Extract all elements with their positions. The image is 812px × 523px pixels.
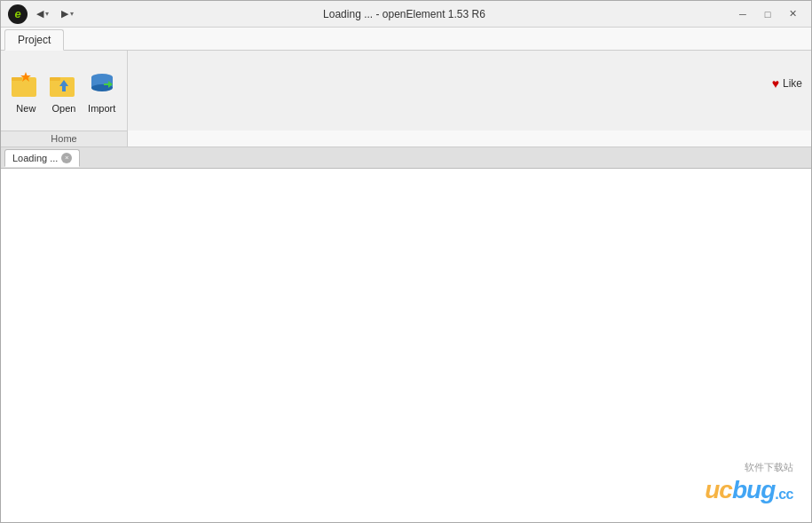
forward-dropdown-icon: ▾ (70, 10, 74, 18)
title-bar-left: e ◀ ▾ ▶ ▾ (8, 4, 77, 24)
app-window: e ◀ ▾ ▶ ▾ Loading ... - openElement 1.53… (0, 0, 812, 523)
new-icon (10, 68, 42, 100)
window-title: Loading ... - openElement 1.53 R6 (77, 8, 731, 20)
tab-project[interactable]: Project (4, 29, 64, 51)
doc-tab-bar: Loading ... × (1, 147, 811, 169)
forward-icon: ▶ (61, 8, 68, 20)
watermark-brand-cc: .cc (775, 487, 793, 503)
title-bar: e ◀ ▾ ▶ ▾ Loading ... - openElement 1.53… (1, 1, 811, 28)
ribbon-tab-bar: Project (1, 28, 811, 51)
ribbon-buttons-group: New Open (1, 51, 128, 131)
ribbon-section-buttons: New Open (1, 51, 811, 131)
watermark-text-line1: 软件下载站 (705, 461, 793, 474)
like-area[interactable]: ♥ Like (772, 76, 802, 91)
window-controls: ─ □ ✕ (731, 5, 804, 23)
back-dropdown-icon: ▾ (45, 10, 49, 18)
watermark-brand-bug: bug (732, 476, 775, 504)
minimize-button[interactable]: ─ (731, 5, 754, 23)
new-label: New (16, 103, 35, 114)
svg-rect-4 (50, 77, 60, 81)
back-icon: ◀ (36, 8, 43, 20)
back-button[interactable]: ◀ ▾ (33, 6, 52, 21)
doc-tab-close-button[interactable]: × (61, 153, 72, 163)
ribbon: Project ♥ Like (1, 28, 811, 147)
maximize-button[interactable]: □ (756, 5, 779, 23)
close-button[interactable]: ✕ (781, 5, 804, 23)
ribbon-body: New Open (1, 51, 811, 147)
ribbon-section-home: Home (1, 131, 128, 147)
watermark: 软件下载站 uc bug .cc (705, 461, 793, 504)
svg-rect-1 (12, 77, 22, 81)
open-icon (48, 68, 80, 100)
watermark-brand-uc: uc (705, 476, 732, 504)
main-content: 软件下载站 uc bug .cc (1, 169, 811, 522)
watermark-logo: uc bug .cc (705, 476, 793, 504)
import-button[interactable]: Import (83, 65, 120, 117)
new-button[interactable]: New (8, 65, 44, 117)
import-label: Import (88, 103, 115, 114)
open-label: Open (52, 103, 76, 114)
open-button[interactable]: Open (46, 65, 83, 117)
like-label: Like (783, 77, 802, 90)
heart-icon: ♥ (772, 76, 779, 91)
doc-tab-loading[interactable]: Loading ... × (4, 149, 80, 167)
forward-button[interactable]: ▶ ▾ (58, 6, 77, 21)
import-icon (86, 68, 118, 100)
app-logo: e (8, 4, 28, 24)
doc-tab-label: Loading ... (12, 153, 58, 163)
